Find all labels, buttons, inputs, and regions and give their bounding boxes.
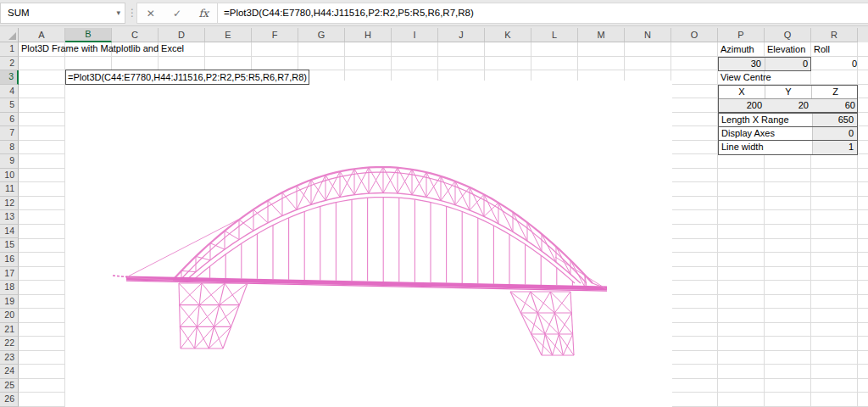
row-header-5[interactable]: 5 bbox=[0, 98, 19, 113]
name-box-dropdown-icon[interactable]: ▾ bbox=[116, 3, 120, 23]
row-header-4[interactable]: 4 bbox=[0, 85, 19, 99]
name-box-value: SUM bbox=[8, 8, 30, 18]
column-header-Q[interactable]: Q bbox=[765, 28, 811, 42]
column-header-C[interactable]: C bbox=[112, 28, 159, 42]
name-box[interactable]: SUM ▾ bbox=[0, 3, 125, 24]
excel-window: SUM ▾ ⋮ ✕ ✓ fx =Plot3D(C44:E7780,H44:J11… bbox=[0, 0, 868, 407]
row-header-10[interactable]: 10 bbox=[0, 169, 19, 183]
row-header-14[interactable]: 14 bbox=[0, 225, 19, 239]
elevation-value[interactable]: 0 bbox=[765, 58, 811, 71]
column-header-J[interactable]: J bbox=[438, 28, 485, 42]
column-headers: ABCDEFGHIJKLMNOPQR bbox=[19, 28, 858, 42]
view-centre-values[interactable]: 200 20 60 bbox=[719, 99, 857, 112]
row-header-22[interactable]: 22 bbox=[0, 337, 19, 351]
column-header-B[interactable]: B bbox=[65, 28, 112, 42]
row-header-15[interactable]: 15 bbox=[0, 238, 19, 253]
column-header-K[interactable]: K bbox=[485, 28, 531, 42]
azimuth-value[interactable]: 30 bbox=[719, 58, 765, 71]
row-header-25[interactable]: 25 bbox=[0, 379, 19, 393]
line-width-value[interactable]: 1 bbox=[812, 141, 857, 154]
row-header-19[interactable]: 19 bbox=[0, 295, 19, 309]
column-header-L[interactable]: L bbox=[531, 28, 578, 42]
insert-function-icon[interactable]: fx bbox=[192, 7, 215, 20]
row-header-18[interactable]: 18 bbox=[0, 281, 19, 295]
length-x-range-value[interactable]: 650 bbox=[812, 114, 857, 126]
setting-row-display-axes[interactable]: Display Axes 0 bbox=[719, 127, 857, 141]
roll-value[interactable]: 0 bbox=[811, 57, 857, 71]
formula-buttons: ✕ ✓ fx bbox=[136, 3, 217, 24]
column-header-A[interactable]: A bbox=[19, 28, 65, 42]
row-header-16[interactable]: 16 bbox=[0, 253, 19, 267]
column-header-H[interactable]: H bbox=[345, 28, 392, 42]
line-width-label: Line width bbox=[721, 141, 764, 154]
setting-row-length-x-range[interactable]: Length X Range 650 bbox=[719, 114, 857, 127]
row-header-20[interactable]: 20 bbox=[0, 309, 19, 323]
x-header: X bbox=[719, 86, 765, 98]
cell-b3-edit[interactable]: =Plot3D(C44:E7780,H44:J11516,P2:R2,P5:R5… bbox=[65, 70, 309, 85]
setting-row-line-width[interactable]: Line width 1 bbox=[719, 141, 857, 154]
formula-bar-separator: ⋮ bbox=[127, 3, 136, 24]
length-x-range-label: Length X Range bbox=[721, 114, 789, 127]
row-header-7[interactable]: 7 bbox=[0, 126, 19, 141]
column-header-M[interactable]: M bbox=[578, 28, 625, 42]
y-value[interactable]: 20 bbox=[765, 99, 812, 112]
view-centre-table[interactable]: X Y Z 200 20 60 bbox=[718, 85, 858, 114]
column-header-O[interactable]: O bbox=[671, 28, 718, 42]
row-header-3[interactable]: 3 bbox=[0, 70, 19, 85]
column-header-G[interactable]: G bbox=[298, 28, 345, 42]
x-value[interactable]: 200 bbox=[719, 99, 765, 112]
roll-label: Roll bbox=[814, 42, 830, 57]
view-centre-label: View Centre bbox=[721, 70, 771, 85]
row-header-2[interactable]: 2 bbox=[0, 57, 19, 71]
azimuth-label: Azimuth bbox=[721, 42, 754, 57]
row-header-21[interactable]: 21 bbox=[0, 323, 19, 337]
azimuth-elevation-inputs[interactable]: 30 0 bbox=[718, 57, 811, 71]
row-header-26[interactable]: 26 bbox=[0, 393, 19, 407]
row-header-23[interactable]: 23 bbox=[0, 351, 19, 365]
enter-icon[interactable]: ✓ bbox=[165, 8, 189, 20]
column-header-D[interactable]: D bbox=[159, 28, 205, 42]
display-axes-label: Display Axes bbox=[721, 127, 775, 141]
elevation-label: Elevation bbox=[767, 42, 805, 57]
plot-shape-background[interactable] bbox=[65, 81, 672, 407]
view-centre-headers: X Y Z bbox=[719, 86, 857, 99]
row-header-12[interactable]: 12 bbox=[0, 197, 19, 211]
row-header-1[interactable]: 1 bbox=[0, 42, 19, 57]
column-header-I[interactable]: I bbox=[392, 28, 438, 42]
row-header-8[interactable]: 8 bbox=[0, 141, 19, 155]
display-axes-value[interactable]: 0 bbox=[812, 127, 857, 140]
cell-b3-formula: =Plot3D(C44:E7780,H44:J11516,P2:R2,P5:R5… bbox=[68, 72, 307, 82]
cell-a1: Plot3D Frame with Matplotlib and Excel bbox=[21, 43, 184, 53]
column-header-P[interactable]: P bbox=[718, 28, 765, 42]
select-all-corner[interactable] bbox=[0, 28, 19, 42]
row-header-11[interactable]: 11 bbox=[0, 182, 19, 197]
formula-bar: SUM ▾ ⋮ ✕ ✓ fx =Plot3D(C44:E7780,H44:J11… bbox=[0, 0, 868, 26]
sheet-grid[interactable]: Plot3D Frame with Matplotlib and Excel =… bbox=[19, 42, 868, 407]
select-all-triangle-icon bbox=[8, 32, 16, 40]
column-header-N[interactable]: N bbox=[625, 28, 671, 42]
row-headers: 1234567891011121314151617181920212223242… bbox=[0, 42, 19, 407]
row-header-6[interactable]: 6 bbox=[0, 113, 19, 127]
z-header: Z bbox=[812, 86, 859, 98]
plot-settings-table[interactable]: Length X Range 650 Display Axes 0 Line w… bbox=[718, 113, 858, 155]
row-header-13[interactable]: 13 bbox=[0, 210, 19, 225]
column-header-E[interactable]: E bbox=[205, 28, 252, 42]
column-header-F[interactable]: F bbox=[252, 28, 298, 42]
y-header: Y bbox=[765, 86, 812, 98]
row-header-9[interactable]: 9 bbox=[0, 154, 19, 169]
z-value[interactable]: 60 bbox=[812, 99, 859, 112]
row-header-17[interactable]: 17 bbox=[0, 267, 19, 282]
cancel-icon[interactable]: ✕ bbox=[139, 8, 163, 20]
row-header-24[interactable]: 24 bbox=[0, 365, 19, 379]
formula-text: =Plot3D(C44:E7780,H44:J11516,P2:R2,P5:R5… bbox=[224, 8, 474, 18]
formula-input[interactable]: =Plot3D(C44:E7780,H44:J11516,P2:R2,P5:R5… bbox=[217, 3, 868, 24]
column-header-R[interactable]: R bbox=[811, 28, 858, 42]
